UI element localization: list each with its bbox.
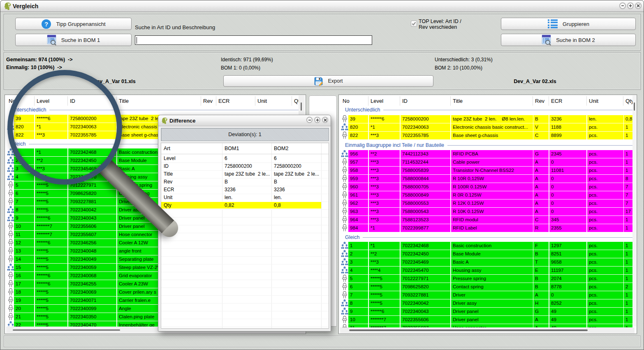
svg-text:?: ? <box>44 21 48 28</box>
